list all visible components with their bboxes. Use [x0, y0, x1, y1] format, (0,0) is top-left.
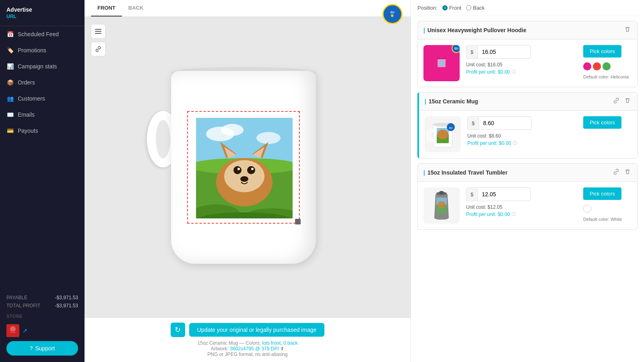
- svg-point-8: [256, 132, 281, 144]
- sidebar-item-campaign-stats[interactable]: 📊 Campaign stats: [0, 58, 85, 74]
- email-icon: ✉️: [6, 111, 14, 118]
- mug-profit-info-icon: ⓘ: [513, 140, 517, 146]
- sidebar-logo: Advertise URL: [0, 0, 85, 26]
- svg-point-30: [437, 130, 448, 139]
- zero-back-link[interactable]: 0 back: [283, 340, 297, 346]
- mug-unit-cost: Unit cost: $8.60: [467, 133, 577, 139]
- product-card-tumbler: 15oz Insulated Travel Tumbler: [417, 163, 638, 230]
- products-panel: Position: Front Back Unisex Heavyweight …: [411, 0, 644, 362]
- sidebar-item-label: Scheduled Feed: [18, 31, 59, 37]
- tumbler-default-color: Default color: White: [583, 217, 622, 222]
- hoodie-swatch-pink[interactable]: [583, 62, 591, 70]
- mug-thumbnail: EU: [425, 116, 461, 152]
- upload-icon: ⬆: [280, 346, 284, 352]
- hoodie-pick-colors-btn[interactable]: Pick colors: [583, 45, 621, 58]
- payouts-icon: 💳: [6, 128, 14, 134]
- tumbler-currency-symbol: $: [466, 188, 478, 201]
- refresh-button[interactable]: ↻: [171, 323, 185, 337]
- tumbler-default-color-label: Default color:: [583, 217, 609, 222]
- hoodie-swatch-red[interactable]: [593, 62, 601, 70]
- tumbler-unit-cost-value: $12.05: [487, 204, 502, 210]
- product-card-mug: 15oz Ceramic Mug: [417, 92, 638, 158]
- sidebar-item-emails[interactable]: ✉️ Emails: [0, 107, 85, 123]
- sidebar-item-promotions[interactable]: 🏷️ Promotions: [0, 42, 85, 58]
- svg-point-17: [233, 166, 242, 174]
- tumbler-unit-cost: Unit cost: $12.05: [466, 204, 577, 210]
- tumbler-price-input[interactable]: [478, 188, 518, 201]
- mug-container: [139, 63, 356, 272]
- update-image-button[interactable]: Update your original or legally purchase…: [189, 323, 325, 337]
- hoodie-body: EU $ Unit cost: $16.05 Profit per unit:: [418, 39, 637, 87]
- tumbler-profit: Profit per unit: $0.00 ⓘ: [466, 211, 577, 217]
- position-back-text: Back: [473, 5, 485, 11]
- position-back-radio[interactable]: [466, 5, 471, 10]
- sidebar-item-orders[interactable]: 📦 Orders: [0, 74, 85, 90]
- mug-pick-colors-btn[interactable]: Pick colors: [583, 116, 621, 129]
- print-area[interactable]: [187, 111, 300, 224]
- tumbler-link-btn[interactable]: [612, 168, 620, 177]
- svg-rect-38: [440, 191, 444, 194]
- tumbler-pricing: $ Unit cost: $12.05 Profit per unit: $0.…: [466, 187, 577, 217]
- support-button[interactable]: ? Support: [6, 341, 78, 356]
- hoodie-swatch-green[interactable]: [603, 62, 611, 70]
- hoodie-actions: [623, 25, 632, 35]
- hoodie-colors-col: Pick colors Default color: Heliconia: [583, 45, 632, 79]
- sidebar-url[interactable]: URL: [6, 14, 17, 19]
- tumbler-profit-label: Profit per unit:: [466, 212, 496, 217]
- sidebar-item-label: Orders: [18, 79, 35, 86]
- payable-stat: PAYABLE -$3,971.53: [0, 294, 85, 302]
- sidebar-item-customers[interactable]: 👥 Customers: [0, 90, 85, 107]
- mug-link-btn[interactable]: [612, 97, 620, 106]
- tumbler-swatch-white[interactable]: [583, 205, 591, 213]
- colors-label: Colors:: [246, 340, 261, 346]
- editor-panel: FRONT BACK EU🌟: [85, 0, 411, 362]
- mug-body: [171, 71, 316, 264]
- print-image[interactable]: [196, 118, 293, 218]
- tab-back[interactable]: BACK: [122, 0, 150, 16]
- artwork-label: Artwork:: [211, 346, 229, 352]
- hoodie-price-row: $: [466, 45, 530, 59]
- hoodie-unit-cost-value: $16.05: [487, 62, 502, 68]
- tumbler-title: 15oz Insulated Travel Tumbler: [423, 169, 508, 176]
- tumbler-delete-btn[interactable]: [623, 168, 632, 177]
- tumbler-swatches: [583, 205, 591, 213]
- position-front-label[interactable]: Front: [442, 5, 461, 11]
- store-section-label: STORE: [0, 310, 85, 320]
- position-front-radio[interactable]: [442, 5, 448, 10]
- resize-handle[interactable]: [295, 219, 301, 224]
- hoodie-unit-cost: Unit cost: $16.05: [466, 62, 577, 68]
- mug-price-row: $: [467, 116, 532, 130]
- tumbler-pick-colors-btn[interactable]: Pick colors: [583, 187, 621, 200]
- link-tool-btn[interactable]: [91, 42, 105, 56]
- svg-text:EU: EU: [449, 127, 452, 129]
- tumbler-colors-col: Pick colors Default color: White: [583, 187, 632, 222]
- mug-thumbnail-container: EU: [425, 116, 461, 152]
- mug-body: EU $ Unit cost: $8.60 Profit per: [419, 111, 637, 158]
- hamburger-tool-btn[interactable]: [91, 24, 105, 39]
- tab-front[interactable]: FRONT: [91, 0, 122, 16]
- store-row: ↗: [0, 320, 85, 341]
- editor-tools: [91, 24, 105, 56]
- artwork-dims-link[interactable]: 3602x4795 @ 379 DPI: [230, 346, 279, 352]
- hoodie-unit-cost-label: Unit cost:: [466, 62, 486, 68]
- lots-front-link[interactable]: lots front: [262, 340, 281, 346]
- hoodie-default-color-label: Default color:: [583, 74, 609, 79]
- editor-bottom: ↻ Update your original or legally purcha…: [85, 317, 411, 362]
- sidebar-item-payouts[interactable]: 💳 Payouts: [0, 123, 85, 139]
- payable-label: PAYABLE: [6, 295, 27, 300]
- total-profit-stat: TOTAL PROFIT -$3,971.53: [0, 302, 85, 310]
- total-profit-value: -$3,971.53: [55, 303, 78, 309]
- hoodie-delete-btn[interactable]: [623, 25, 632, 35]
- hoodie-profit-label: Profit per unit:: [466, 69, 496, 75]
- mug-profit-value: $0.00: [499, 140, 511, 146]
- sidebar-advertise[interactable]: Advertise: [6, 6, 32, 13]
- sidebar-item-scheduled-feed[interactable]: 📅 Scheduled Feed: [0, 26, 85, 42]
- artwork-info-line: Artwork: 3602x4795 @ 379 DPI ⬆: [91, 346, 404, 352]
- mug-price-input[interactable]: [479, 117, 519, 130]
- tumbler-profit-value: $0.00: [498, 212, 510, 217]
- hoodie-price-input[interactable]: [478, 45, 518, 58]
- store-external-link-icon[interactable]: ↗: [23, 327, 27, 334]
- mug-delete-btn[interactable]: [623, 97, 632, 106]
- product-header-mug: 15oz Ceramic Mug: [419, 93, 637, 111]
- position-back-label[interactable]: Back: [466, 5, 485, 11]
